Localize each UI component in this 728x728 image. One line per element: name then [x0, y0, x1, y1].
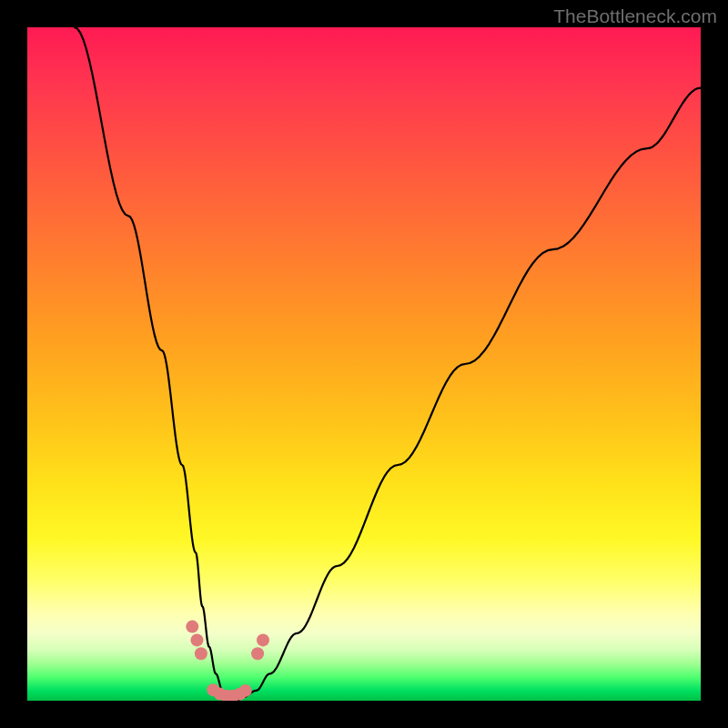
threshold-dot: [239, 684, 252, 697]
bottleneck-chart: [27, 27, 701, 701]
watermark-text: TheBottleneck.com: [553, 5, 717, 27]
frame: TheBottleneck.com: [0, 0, 728, 728]
threshold-dots: [186, 621, 269, 701]
threshold-dot: [190, 633, 203, 646]
threshold-dot: [251, 647, 264, 660]
threshold-dot: [186, 621, 198, 633]
threshold-dot: [257, 633, 269, 646]
threshold-dot: [195, 647, 207, 660]
plot-area: [27, 27, 701, 701]
bottleneck-curve-line: [75, 27, 701, 701]
